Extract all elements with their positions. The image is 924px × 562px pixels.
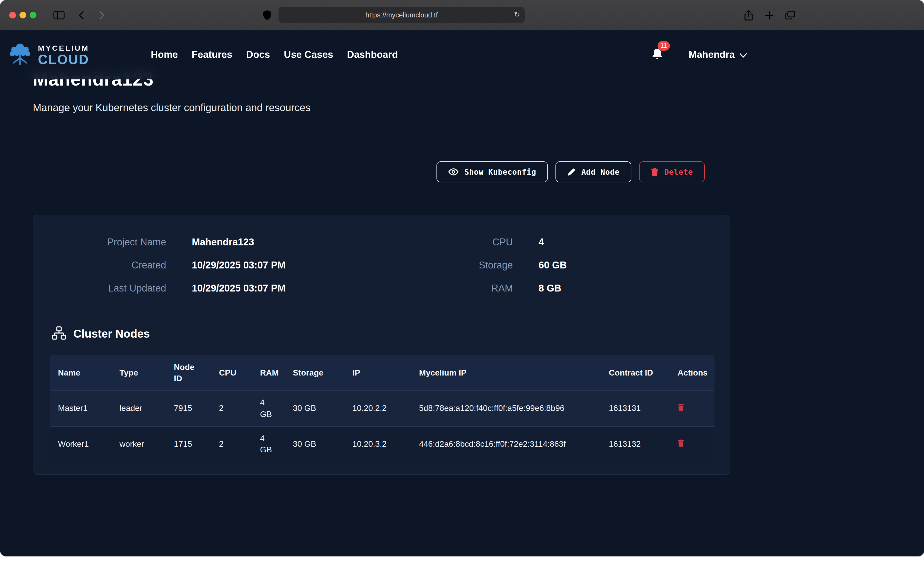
add-node-button[interactable]: Add Node: [556, 161, 632, 182]
detail-created: Created 10/29/2025 03:07 PM: [58, 254, 382, 277]
col-name: Name: [50, 355, 111, 391]
show-kubeconfig-button[interactable]: Show Kubeconfig: [437, 161, 548, 182]
nav-item-home[interactable]: Home: [151, 49, 178, 60]
nav-item-use-cases[interactable]: Use Cases: [284, 49, 333, 60]
share-icon[interactable]: [742, 0, 755, 30]
col-node-id: Node ID: [166, 355, 211, 391]
nav-item-dashboard[interactable]: Dashboard: [347, 49, 398, 60]
bell-icon: [651, 53, 663, 62]
table-row: Master1 leader 7915 2 4 GB 30 GB 10.20.2…: [50, 391, 714, 426]
pencil-icon: [567, 168, 576, 176]
chevron-down-icon: [740, 49, 747, 60]
user-menu[interactable]: Mahendra: [689, 49, 747, 60]
delete-cluster-button[interactable]: Delete: [639, 161, 705, 182]
page-subtitle: Manage your Kubernetes cluster configura…: [33, 102, 924, 114]
detail-last-updated: Last Updated 10/29/2025 03:07 PM: [58, 277, 382, 300]
col-contract-id: Contract ID: [601, 355, 669, 391]
nav-links: Home Features Docs Use Cases Dashboard: [151, 49, 398, 60]
col-actions: Actions: [669, 355, 714, 391]
browser-titlebar: https://myceliumcloud.tf ↻: [0, 0, 924, 30]
detail-storage: Storage 60 GB: [382, 254, 705, 277]
user-name: Mahendra: [689, 49, 735, 60]
sidebar-toggle-icon[interactable]: [51, 0, 67, 30]
nav-item-features[interactable]: Features: [192, 49, 232, 60]
col-ram: RAM: [252, 355, 285, 391]
detail-ram: RAM 8 GB: [382, 277, 705, 300]
table-header-row: Name Type Node ID CPU RAM Storage IP Myc…: [50, 355, 714, 391]
close-window-button[interactable]: [9, 12, 16, 18]
browser-window: https://myceliumcloud.tf ↻: [0, 0, 924, 556]
trash-icon: [678, 404, 684, 411]
zoom-window-button[interactable]: [30, 12, 36, 18]
delete-node-button[interactable]: [678, 404, 684, 411]
nav-right: 11 Mahendra: [651, 47, 747, 62]
eye-icon: [448, 168, 459, 176]
url-bar[interactable]: https://myceliumcloud.tf ↻: [279, 7, 525, 23]
forward-icon[interactable]: [95, 0, 108, 30]
main-content: Mahendra123 Manage your Kubernetes clust…: [0, 68, 924, 475]
privacy-shield-icon[interactable]: [261, 0, 274, 30]
cluster-details-card: Project Name Mahendra123 Created 10/29/2…: [33, 215, 730, 475]
col-ip: IP: [344, 355, 411, 391]
logo[interactable]: MYCELIUM CLOUD: [7, 42, 89, 67]
detail-project-name: Project Name Mahendra123: [58, 230, 382, 254]
new-tab-icon[interactable]: [763, 0, 776, 30]
back-icon[interactable]: [75, 0, 87, 30]
col-mycelium-ip: Mycelium IP: [411, 355, 601, 391]
cluster-nodes-icon: [52, 326, 66, 342]
logo-text-top: MYCELIUM: [38, 44, 89, 51]
logo-text-bottom: CLOUD: [38, 52, 89, 66]
minimize-window-button[interactable]: [20, 12, 26, 18]
url-text: https://myceliumcloud.tf: [366, 11, 438, 19]
col-type: Type: [111, 355, 166, 391]
cluster-actions: Show Kubeconfig Add Node: [33, 161, 730, 182]
notifications-badge: 11: [657, 41, 670, 51]
trash-icon: [651, 167, 658, 176]
col-storage: Storage: [285, 355, 344, 391]
trash-icon: [678, 439, 684, 447]
top-navigation: MYCELIUM CLOUD Home Features Docs Use Ca…: [0, 30, 924, 79]
reload-icon[interactable]: ↻: [514, 10, 520, 18]
page: MYCELIUM CLOUD Home Features Docs Use Ca…: [0, 30, 924, 556]
cluster-nodes-table: Name Type Node ID CPU RAM Storage IP Myc…: [50, 355, 714, 462]
mycelium-cloud-logo-icon: [7, 42, 33, 67]
detail-cpu: CPU 4: [382, 230, 705, 254]
cluster-details: Project Name Mahendra123 Created 10/29/2…: [50, 230, 714, 300]
traffic-lights: [0, 12, 36, 18]
cluster-nodes-header: Cluster Nodes: [52, 326, 714, 342]
col-cpu: CPU: [211, 355, 252, 391]
section-title: Cluster Nodes: [74, 327, 150, 341]
screen: https://myceliumcloud.tf ↻: [0, 0, 924, 562]
tab-overview-icon[interactable]: [783, 0, 797, 30]
delete-node-button[interactable]: [678, 439, 684, 447]
nav-item-docs[interactable]: Docs: [246, 49, 270, 60]
table-row: Worker1 worker 1715 2 4 GB 30 GB 10.20.3…: [50, 426, 714, 462]
notifications-button[interactable]: 11: [651, 47, 663, 62]
